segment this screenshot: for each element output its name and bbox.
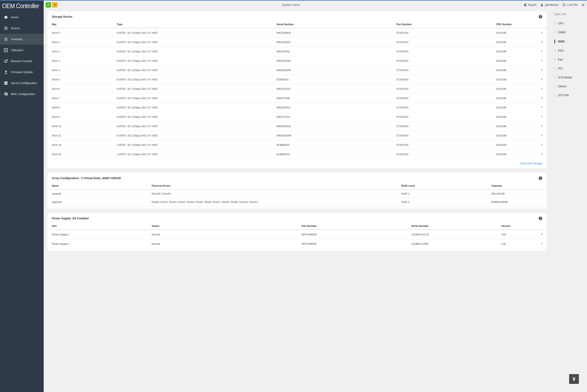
cell-type: 8.00TB 7.2K 12Gbps SAS 3.5" HDD xyxy=(112,66,272,75)
expand-row-button[interactable] xyxy=(534,150,547,159)
quick-link-cpu[interactable]: CPU xyxy=(553,19,584,28)
expand-row-button[interactable] xyxy=(534,239,547,248)
table-row: capture0Drive0, Drive1, Drive2, Drive3, … xyxy=(47,198,547,206)
quick-link-sys-fw[interactable]: SYS FW xyxy=(553,91,584,100)
cell-cap: 930.391GiB xyxy=(487,190,547,198)
quick-link-dimm[interactable]: DIMM xyxy=(553,28,584,37)
list-icon xyxy=(4,26,8,30)
cell-serial: WKD33WVK xyxy=(272,28,392,38)
nav-bmc-config[interactable]: BMC Configuration xyxy=(0,88,44,100)
cell-fru: 02JK285 xyxy=(492,112,534,122)
nav-inventory[interactable]: Inventory xyxy=(0,34,44,45)
table-row: Power Supply 1NormalSP57A65539A1DB07H11L… xyxy=(47,230,547,239)
storage-title: Storage Device xyxy=(52,15,72,18)
quick-link-sys-board[interactable]: SYS Board xyxy=(553,73,584,82)
user-menu[interactable]: gdrinkwine xyxy=(540,3,558,7)
scroll-to-top-button[interactable] xyxy=(569,374,579,384)
expand-row-button[interactable] xyxy=(534,56,547,66)
cell-fru: 02JK285 xyxy=(492,56,534,66)
cell-type: 8.00TB 7.2K 12Gbps SAS 3.5" HDD xyxy=(112,131,272,140)
cell-part: D7A57814 xyxy=(392,112,492,122)
expand-row-button[interactable] xyxy=(534,94,547,103)
cell-type: 8.00TB 7.2K 12Gbps SAS 3.5" HDD xyxy=(112,28,272,38)
expand-row-button[interactable] xyxy=(534,47,547,56)
warning-status-icon[interactable]: ! xyxy=(52,2,58,8)
cell-serial: WKD2NXM2 xyxy=(272,56,392,66)
cell-type: 8.00TB 7.2K 12Gbps SAS 3.5" HDD xyxy=(112,122,272,131)
array-card: Array Configuration: 2 Virtual Disks, 82… xyxy=(47,173,547,208)
quick-link-others[interactable]: Others xyxy=(553,82,584,91)
export-button[interactable]: Export xyxy=(523,3,536,7)
storage-card: Storage Device ? Bay Type Serial Number … xyxy=(47,11,547,168)
expand-row-button[interactable] xyxy=(534,66,547,75)
cell-serial: WKD2ZSSC xyxy=(272,84,392,94)
help-icon[interactable]: ? xyxy=(539,15,542,18)
quick-link-psu[interactable]: PSU xyxy=(553,46,584,55)
expand-row-button[interactable] xyxy=(534,230,547,239)
home-icon xyxy=(4,15,8,20)
cell-serial: WKD2T23S xyxy=(272,112,392,122)
expand-row-button[interactable] xyxy=(534,122,547,131)
nav-home[interactable]: Home xyxy=(0,12,44,23)
cell-name: system0 xyxy=(47,190,147,198)
col-fru: FRU Number xyxy=(492,21,534,28)
cell-serial: WKD2ZQ63 xyxy=(272,38,392,47)
quick-link-disk[interactable]: DISK xyxy=(553,37,584,46)
expand-row-button[interactable] xyxy=(534,140,547,150)
col-raid: RAID Level xyxy=(397,182,487,190)
psu-card: Power Supply: 2/2 Installed ? Slot Statu… xyxy=(47,213,547,251)
expand-row-button[interactable] xyxy=(534,84,547,94)
external-icon xyxy=(4,59,8,63)
table-row: Drive 108.00TB 7.2K 12Gbps SAS 3.5" HDDW… xyxy=(47,122,547,131)
clock: 1:05 PM xyxy=(562,3,578,7)
expand-row-button[interactable] xyxy=(534,112,547,122)
expand-row-button[interactable] xyxy=(534,103,547,112)
col-part: Part Number xyxy=(297,222,407,230)
username-label: gdrinkwine xyxy=(545,3,558,6)
expand-row-button[interactable] xyxy=(534,38,547,47)
cell-drives: Drive24, Drive25 xyxy=(147,190,397,198)
nav-server-config[interactable]: Server Configuration xyxy=(0,78,44,88)
table-row: Drive 118.00TB 7.2K 12Gbps SAS 3.5" HDDW… xyxy=(47,131,547,140)
cell-type: 8.00TB 7.2K 12Gbps SAS 3.5" HDD xyxy=(112,47,272,56)
power-status-icon[interactable] xyxy=(46,2,51,8)
nav-remote-console[interactable]: Remote Console xyxy=(0,56,44,66)
cell-bay: Drive 7 xyxy=(47,94,112,103)
cell-status: Normal xyxy=(147,239,297,248)
expand-row-button[interactable] xyxy=(534,75,547,84)
nav-events[interactable]: Events xyxy=(0,23,44,34)
cell-bay: Drive 25 xyxy=(47,150,112,159)
table-row: Drive 48.00TB 7.2K 12Gbps SAS 3.5" HDDWK… xyxy=(47,66,547,75)
cell-slot: Power Supply 1 xyxy=(47,230,147,239)
cell-part: D7A57814 xyxy=(392,103,492,112)
menu-button[interactable] xyxy=(581,3,585,7)
cell-bay: Drive 4 xyxy=(47,66,112,75)
table-row: Drive 18.00TB 7.2K 12Gbps SAS 3.5" HDDWK… xyxy=(47,38,547,47)
quick-link-panel: Quick Link CPUDIMMDISKPSUFanPCISYS Board… xyxy=(550,9,587,392)
expand-row-button[interactable] xyxy=(534,28,547,38)
nav-label: Utilization xyxy=(11,48,23,52)
nav-firmware-update[interactable]: Firmware Update xyxy=(0,66,44,78)
help-icon[interactable]: ? xyxy=(539,176,542,180)
nav-utilization[interactable]: Utilization xyxy=(0,45,44,56)
table-row: Drive 28.00TB 7.2K 12Gbps SAS 3.5" HDDWK… xyxy=(47,47,547,56)
show-part-storage-link[interactable]: Show Part Storage xyxy=(520,162,542,165)
help-icon[interactable]: ? xyxy=(539,216,542,220)
cell-type: 8.00TB 7.2K 12Gbps SAS 3.5" HDD xyxy=(112,75,272,84)
export-label: Export xyxy=(528,3,536,6)
col-name: Name xyxy=(47,182,147,190)
expand-row-button[interactable] xyxy=(534,131,547,140)
col-drives: Physical Drives xyxy=(147,182,397,190)
nav-label: Firmware Update xyxy=(11,70,33,74)
cell-bay: Drive 2 xyxy=(47,47,112,56)
quick-link-fan[interactable]: Fan xyxy=(553,55,584,64)
cell-drives: Drive0, Drive1, Drive2, Drive3, Drive4, … xyxy=(147,198,397,206)
cell-part: D7A57814 xyxy=(392,131,492,140)
col-part: Part Number xyxy=(392,21,492,28)
quick-link-pci[interactable]: PCI xyxy=(553,64,584,73)
cell-serial: WKD2NP03 xyxy=(272,103,392,112)
table-row: system0Drive24, Drive25RAID 1930.391GiB xyxy=(47,190,547,198)
array-title-prefix: Array Configuration: xyxy=(52,176,80,180)
table-row: Drive 88.00TB 7.2K 12Gbps SAS 3.5" HDDWK… xyxy=(47,103,547,112)
cell-type: 8.00TB 7.2K 12Gbps SAS 3.5" HDD xyxy=(112,38,272,47)
